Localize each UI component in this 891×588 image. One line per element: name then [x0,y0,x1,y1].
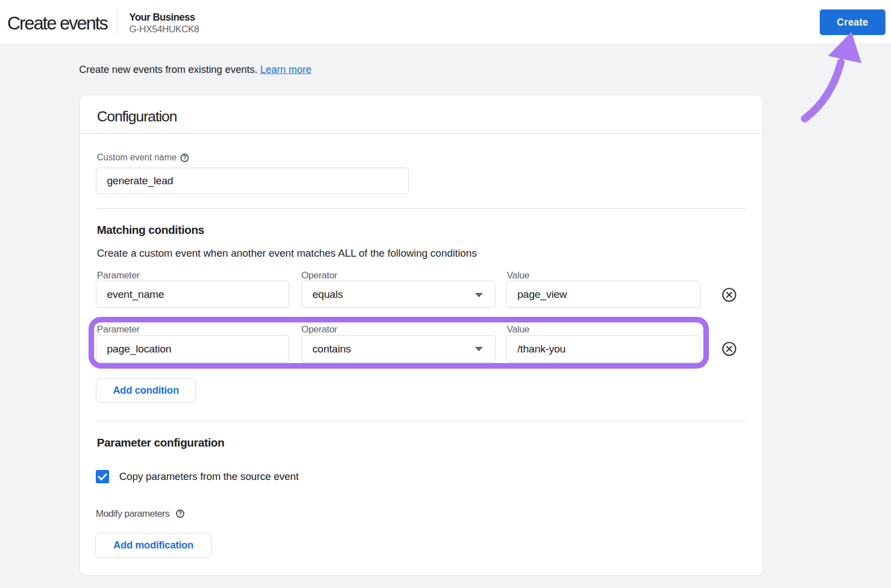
svg-text:?: ? [183,155,186,161]
svg-text:?: ? [178,511,182,517]
